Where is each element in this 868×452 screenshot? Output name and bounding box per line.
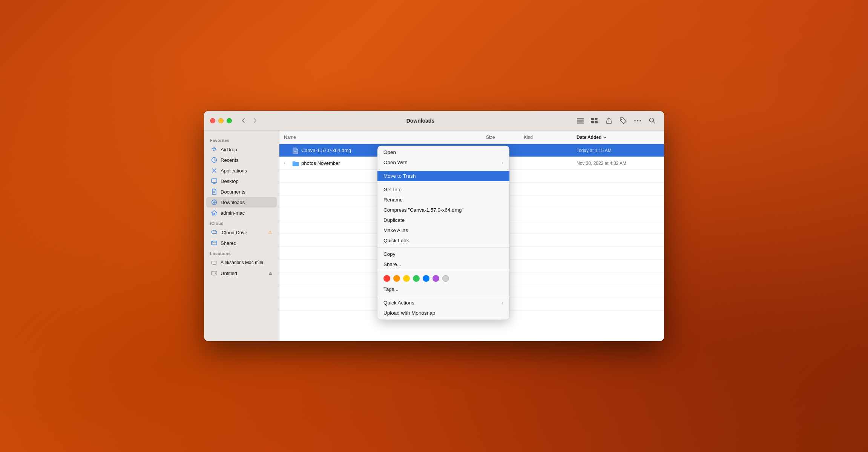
svg-point-9: [634, 120, 636, 121]
svg-rect-22: [212, 261, 217, 264]
window-body: Favorites AirDrop: [204, 131, 664, 341]
ctx-separator-5: [377, 296, 509, 296]
more-button[interactable]: [632, 115, 644, 126]
ctx-quick-look[interactable]: Quick Look: [377, 235, 509, 246]
title-bar: Downloads: [204, 111, 664, 131]
shared-label: Shared: [221, 240, 236, 246]
group-view-button[interactable]: [589, 115, 601, 126]
icloud-icon: [211, 229, 218, 236]
ctx-duplicate[interactable]: Duplicate: [377, 215, 509, 225]
tag-button[interactable]: [617, 115, 629, 126]
tag-orange[interactable]: [393, 275, 400, 282]
sidebar-item-desktop[interactable]: Desktop: [206, 176, 277, 186]
svg-point-8: [621, 118, 623, 120]
close-button[interactable]: [210, 118, 215, 123]
ctx-move-to-trash-label: Move to Trash: [383, 173, 416, 179]
ctx-upload-monosnap[interactable]: Upload with Monosnap: [377, 308, 509, 318]
sidebar-item-shared[interactable]: Shared: [206, 238, 277, 248]
svg-rect-6: [591, 121, 594, 123]
tag-green[interactable]: [413, 275, 420, 282]
ctx-compress-label: Compress "Canva-1.57.0-x64.dmg": [383, 207, 463, 213]
svg-rect-2: [577, 121, 584, 123]
ctx-compress[interactable]: Compress "Canva-1.57.0-x64.dmg": [377, 205, 509, 215]
tag-red[interactable]: [383, 275, 390, 282]
ctx-tags-row[interactable]: [377, 273, 509, 284]
sidebar-item-applications[interactable]: Applications: [206, 165, 277, 176]
folder-expand-icon[interactable]: ›: [284, 161, 289, 165]
sidebar-item-untitled[interactable]: Untitled ⏏: [206, 268, 277, 278]
file-date: Nov 30, 2022 at 4:32 AM: [577, 161, 659, 166]
ctx-tags-label: Tags...: [383, 286, 399, 292]
ctx-upload-monosnap-label: Upload with Monosnap: [383, 310, 435, 316]
ctx-make-alias-label: Make Alias: [383, 228, 408, 233]
list-view-button[interactable]: [574, 115, 586, 126]
shared-icon: [211, 240, 218, 246]
airdrop-label: AirDrop: [221, 147, 237, 152]
ctx-make-alias[interactable]: Make Alias: [377, 225, 509, 235]
open-with-arrow-icon: ›: [502, 160, 503, 165]
sort-chevron-icon: [603, 135, 607, 139]
svg-rect-23: [213, 264, 216, 265]
minimize-button[interactable]: [218, 118, 224, 123]
sidebar-item-recents[interactable]: Recents: [206, 155, 277, 165]
recents-label: Recents: [221, 157, 239, 163]
dmg-file-icon: DMG: [292, 147, 299, 154]
ctx-tags[interactable]: Tags...: [377, 284, 509, 294]
svg-point-25: [215, 273, 216, 274]
tag-blue[interactable]: [423, 275, 429, 282]
sidebar-item-mac-mini[interactable]: Aleksandr's Mac mini: [206, 257, 277, 268]
desktop-icon: [211, 178, 218, 184]
tag-yellow[interactable]: [403, 275, 410, 282]
col-header-name[interactable]: Name: [284, 135, 486, 140]
svg-point-10: [637, 120, 638, 121]
recents-icon: [211, 157, 218, 163]
ctx-rename[interactable]: Rename: [377, 195, 509, 205]
col-header-kind[interactable]: Kind: [524, 135, 577, 140]
eject-icon[interactable]: ⏏: [268, 271, 272, 276]
sidebar-item-airdrop[interactable]: AirDrop: [206, 144, 277, 155]
sidebar: Favorites AirDrop: [204, 131, 279, 341]
icloud-drive-label: iCloud Drive: [221, 230, 247, 235]
sidebar-item-icloud-drive[interactable]: iCloud Drive ⚠: [206, 227, 277, 238]
ctx-open[interactable]: Open: [377, 147, 509, 157]
column-headers: Name Size Kind Date Added: [279, 131, 664, 144]
svg-point-21: [212, 241, 213, 242]
ctx-get-info[interactable]: Get Info: [377, 184, 509, 195]
airdrop-icon: [211, 146, 218, 153]
col-header-date[interactable]: Date Added: [577, 135, 659, 140]
documents-label: Documents: [221, 189, 245, 195]
ctx-open-with[interactable]: Open With ›: [377, 157, 509, 168]
svg-point-14: [213, 149, 215, 151]
maximize-button[interactable]: [227, 118, 232, 123]
svg-rect-16: [212, 179, 217, 183]
tag-gray[interactable]: [442, 275, 449, 282]
back-button[interactable]: [238, 115, 248, 126]
folder-icon: [292, 160, 299, 167]
ctx-share[interactable]: Share...: [377, 259, 509, 269]
tag-purple[interactable]: [432, 275, 439, 282]
ctx-quick-actions[interactable]: Quick Actions ›: [377, 298, 509, 308]
ctx-open-label: Open: [383, 149, 396, 155]
forward-button[interactable]: [250, 115, 261, 126]
col-header-size[interactable]: Size: [486, 135, 524, 140]
svg-text:DMG: DMG: [294, 151, 297, 152]
ctx-move-to-trash[interactable]: Move to Trash: [377, 171, 509, 181]
search-button[interactable]: [646, 115, 658, 126]
ctx-copy-label: Copy: [383, 251, 396, 257]
ctx-separator-4: [377, 271, 509, 271]
ctx-separator-3: [377, 247, 509, 248]
ctx-copy[interactable]: Copy: [377, 249, 509, 259]
context-menu: Open Open With › Move to Trash Get Info …: [377, 146, 509, 320]
share-button[interactable]: [603, 115, 615, 126]
toolbar-right: [574, 115, 658, 126]
downloads-label: Downloads: [221, 200, 245, 205]
svg-rect-1: [577, 120, 584, 121]
svg-point-11: [639, 120, 641, 121]
svg-rect-3: [577, 123, 584, 124]
sidebar-item-documents[interactable]: Documents: [206, 186, 277, 197]
sidebar-item-admin-mac[interactable]: admin-mac: [206, 208, 277, 218]
ctx-open-with-label: Open With: [383, 160, 408, 165]
sidebar-item-downloads[interactable]: Downloads: [206, 197, 277, 208]
downloads-icon: [211, 199, 218, 206]
ctx-separator-2: [377, 183, 509, 183]
